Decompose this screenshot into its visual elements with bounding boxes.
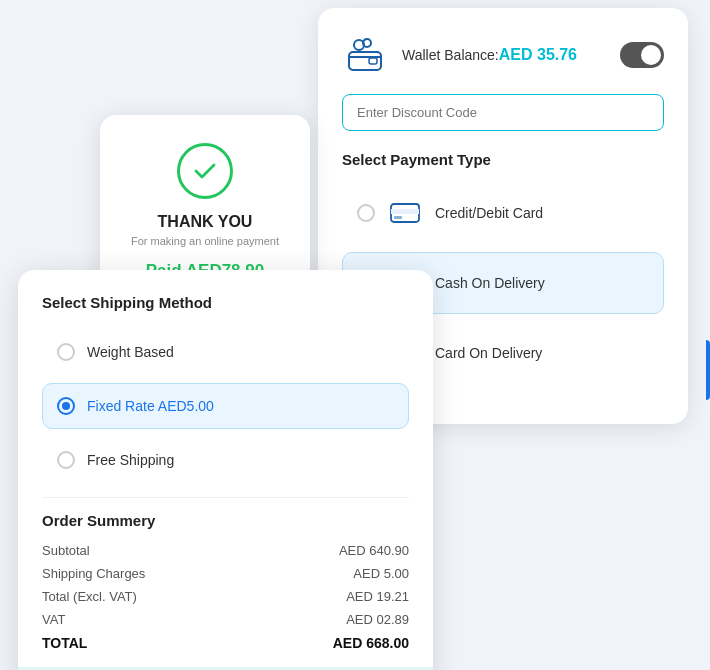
thankyou-title: THANK YOU <box>120 213 290 231</box>
payment-label-card-delivery: Card On Delivery <box>435 345 542 361</box>
vat-value: AED 02.89 <box>346 612 409 627</box>
radio-credit <box>357 204 375 222</box>
summary-row-vat: VAT AED 02.89 <box>42 612 409 627</box>
credit-card-icon <box>387 195 423 231</box>
shipping-option-fixed[interactable]: Fixed Rate AED5.00 <box>42 383 409 429</box>
svg-rect-7 <box>394 216 402 219</box>
svg-rect-6 <box>391 209 419 214</box>
vat-label: VAT <box>42 612 65 627</box>
shipping-label-fixed: Fixed Rate AED5.00 <box>87 398 214 414</box>
shipping-value: AED 5.00 <box>353 566 409 581</box>
radio-weight <box>57 343 75 361</box>
thankyou-subtitle: For making an online payment <box>120 235 290 247</box>
wallet-toggle[interactable] <box>620 42 664 68</box>
payment-label-cash: Cash On Delivery <box>435 275 545 291</box>
payment-label-credit: Credit/Debit Card <box>435 205 543 221</box>
summary-row-subtotal: Subtotal AED 640.90 <box>42 543 409 558</box>
shipping-option-weight[interactable]: Weight Based <box>42 329 409 375</box>
shipping-label-sum: Shipping Charges <box>42 566 145 581</box>
check-circle-icon <box>177 143 233 199</box>
svg-rect-3 <box>369 58 377 64</box>
payment-section-title: Select Payment Type <box>342 151 664 168</box>
shipping-option-free[interactable]: Free Shipping <box>42 437 409 483</box>
svg-rect-2 <box>349 52 381 70</box>
wallet-row: Wallet Balance:AED 35.76 <box>342 32 664 78</box>
wallet-icon <box>342 32 388 78</box>
radio-free <box>57 451 75 469</box>
excl-vat-label: Total (Excl. VAT) <box>42 589 137 604</box>
summary-row-excl-vat: Total (Excl. VAT) AED 19.21 <box>42 589 409 604</box>
summary-row-total: TOTAL AED 668.00 <box>42 635 409 651</box>
radio-fixed <box>57 397 75 415</box>
total-label: TOTAL <box>42 635 87 651</box>
subtotal-label: Subtotal <box>42 543 90 558</box>
shipping-label-weight: Weight Based <box>87 344 174 360</box>
total-value: AED 668.00 <box>333 635 409 651</box>
discount-row <box>342 94 664 131</box>
shipping-label-free: Free Shipping <box>87 452 174 468</box>
discount-input[interactable] <box>342 94 664 131</box>
summary-row-shipping: Shipping Charges AED 5.00 <box>42 566 409 581</box>
excl-vat-value: AED 19.21 <box>346 589 409 604</box>
payment-option-credit[interactable]: Credit/Debit Card <box>342 182 664 244</box>
subtotal-value: AED 640.90 <box>339 543 409 558</box>
shipping-title: Select Shipping Method <box>42 294 409 311</box>
blue-accent <box>706 340 710 400</box>
shipping-card: Select Shipping Method Weight Based Fixe… <box>18 270 433 670</box>
wallet-balance: Wallet Balance:AED 35.76 <box>402 46 577 64</box>
divider <box>42 497 409 498</box>
order-summary-title: Order Summery <box>42 512 409 529</box>
